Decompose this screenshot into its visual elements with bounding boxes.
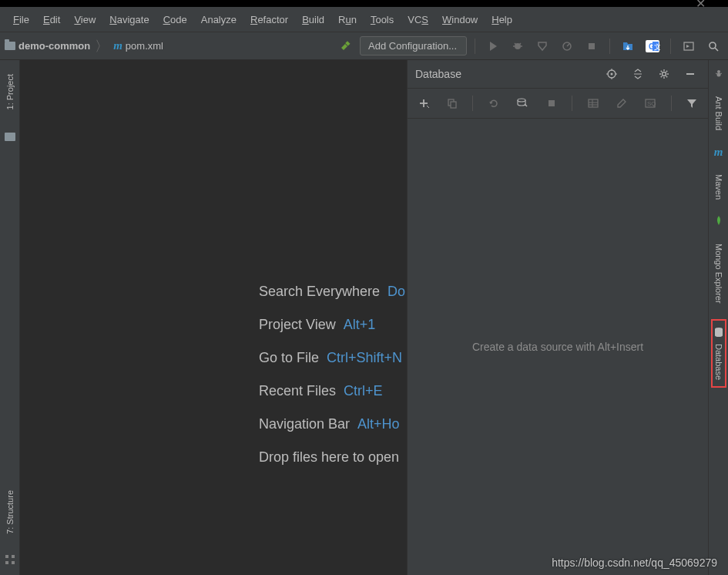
svg-rect-34 <box>549 100 555 106</box>
welcome-tips: Search EverywhereDo Project ViewAlt+1 Go… <box>259 284 405 466</box>
svg-point-27 <box>663 72 666 76</box>
svg-line-5 <box>519 43 521 45</box>
svg-line-44 <box>720 73 722 74</box>
hide-icon[interactable] <box>683 66 698 82</box>
menu-file[interactable]: File <box>6 11 36 29</box>
tip-goto-file: Go to FileCtrl+Shift+N <box>259 350 405 366</box>
duplicate-icon[interactable] <box>445 96 459 111</box>
filter-icon[interactable] <box>685 96 699 111</box>
folder-icon <box>5 42 15 50</box>
edit-icon[interactable] <box>614 96 629 111</box>
chevron-right-icon: 〉 <box>95 37 109 55</box>
menu-run[interactable]: Run <box>331 11 364 29</box>
svg-line-4 <box>515 43 516 45</box>
svg-line-7 <box>567 44 569 46</box>
db-collapse-icon[interactable] <box>630 66 646 82</box>
menu-vcs[interactable]: VCS <box>401 11 435 29</box>
nav-bar: demo-common 〉 m pom.xml Add Configuratio… <box>0 32 728 60</box>
crumb-pom[interactable]: pom.xml <box>126 40 163 52</box>
watermark-text: https://blog.csdn.net/qq_45069279 <box>552 557 717 569</box>
database-header: Database <box>408 60 708 89</box>
debug-icon[interactable] <box>510 39 525 54</box>
svg-line-15 <box>715 48 718 51</box>
left-gutter: 1: Project 7: Structure <box>0 60 20 575</box>
menu-navigate[interactable]: Navigate <box>102 11 156 29</box>
menu-tools[interactable]: Tools <box>364 11 401 29</box>
tool-ant-build[interactable]: Ant Build <box>713 92 725 135</box>
tip-project-view: Project ViewAlt+1 <box>259 317 405 333</box>
svg-point-33 <box>518 99 525 102</box>
tip-recent-files: Recent FilesCtrl+E <box>259 383 405 399</box>
tool-project[interactable]: 1: Project <box>4 69 16 114</box>
stop-db-icon[interactable] <box>544 96 559 111</box>
menu-edit[interactable]: Edit <box>36 11 67 29</box>
maven-icon[interactable]: m <box>714 146 723 159</box>
menu-code[interactable]: Code <box>156 11 194 29</box>
main-body: 1: Project 7: Structure Search Everywher… <box>0 60 728 575</box>
tool-structure[interactable]: 7: Structure <box>4 486 16 539</box>
ant-icon[interactable] <box>713 68 724 81</box>
update-project-icon[interactable] <box>620 39 636 54</box>
menu-view[interactable]: View <box>67 11 102 29</box>
menu-build[interactable]: Build <box>295 11 331 29</box>
run-anything-icon[interactable] <box>681 39 696 54</box>
menu-window[interactable]: Window <box>435 11 485 29</box>
tool-maven[interactable]: Maven <box>713 170 725 204</box>
tip-nav-bar: Navigation BarAlt+Ho <box>259 416 405 432</box>
gear-icon[interactable] <box>656 66 672 82</box>
console-icon[interactable]: SQL <box>643 96 658 111</box>
stop-icon[interactable] <box>584 39 599 54</box>
add-datasource-icon[interactable] <box>416 96 431 111</box>
svg-point-41 <box>717 70 720 73</box>
svg-text:文: 文 <box>654 43 660 51</box>
menu-refactor[interactable]: Refactor <box>243 11 295 29</box>
tip-search: Search EverywhereDo <box>259 284 405 300</box>
tip-drop-files: Drop files here to open <box>259 449 405 466</box>
db-settings-icon[interactable] <box>515 96 530 111</box>
breadcrumb[interactable]: demo-common 〉 m pom.xml <box>5 37 163 55</box>
build-icon[interactable] <box>339 39 353 53</box>
window-close-icon[interactable]: ✕ <box>696 0 706 11</box>
svg-rect-18 <box>5 561 8 564</box>
svg-rect-32 <box>451 102 456 108</box>
menu-help[interactable]: Help <box>485 11 519 29</box>
menu-analyze[interactable]: Analyze <box>194 11 243 29</box>
svg-line-43 <box>716 73 717 74</box>
svg-rect-35 <box>589 99 598 107</box>
db-focus-icon[interactable] <box>604 66 619 82</box>
profile-icon[interactable] <box>559 39 575 54</box>
coverage-icon[interactable] <box>535 39 550 54</box>
add-configuration-button[interactable]: Add Configuration... <box>360 36 467 55</box>
svg-rect-16 <box>5 555 8 558</box>
database-panel: Database SQL Create a data source with A… <box>407 60 708 575</box>
search-icon[interactable] <box>706 39 721 54</box>
svg-text:SQL: SQL <box>647 100 656 107</box>
tool-database[interactable]: Database <box>711 319 726 388</box>
table-view-icon[interactable] <box>585 96 600 111</box>
database-empty-state: Create a data source with Alt+Insert <box>408 119 708 575</box>
crumb-demo-common[interactable]: demo-common <box>18 40 90 52</box>
translate-icon[interactable]: G文 <box>645 39 660 54</box>
svg-point-21 <box>611 73 613 76</box>
tool-mongo[interactable]: Mongo Explorer <box>713 239 725 308</box>
database-toolbar: SQL <box>408 89 708 119</box>
project-files-icon[interactable] <box>5 133 15 141</box>
maven-file-icon: m <box>113 39 122 52</box>
mongo-icon[interactable] <box>714 215 723 228</box>
run-icon[interactable] <box>485 39 501 54</box>
svg-point-14 <box>710 42 716 49</box>
right-gutter: Ant Build m Maven Mongo Explorer Databas… <box>708 60 728 575</box>
editor-area: Search EverywhereDo Project ViewAlt+1 Go… <box>20 60 407 575</box>
database-title: Database <box>415 68 595 80</box>
svg-rect-17 <box>12 555 15 558</box>
refresh-icon[interactable] <box>486 96 501 111</box>
svg-point-42 <box>716 73 720 77</box>
structure-icon[interactable] <box>5 554 15 567</box>
svg-rect-8 <box>589 43 595 49</box>
menu-bar: File Edit View Navigate Code Analyze Ref… <box>0 7 728 32</box>
database-empty-text: Create a data source with Alt+Insert <box>472 341 643 353</box>
svg-rect-19 <box>12 561 15 564</box>
add-configuration-label: Add Configuration... <box>368 40 457 52</box>
titlebar: ✕ <box>0 0 728 7</box>
